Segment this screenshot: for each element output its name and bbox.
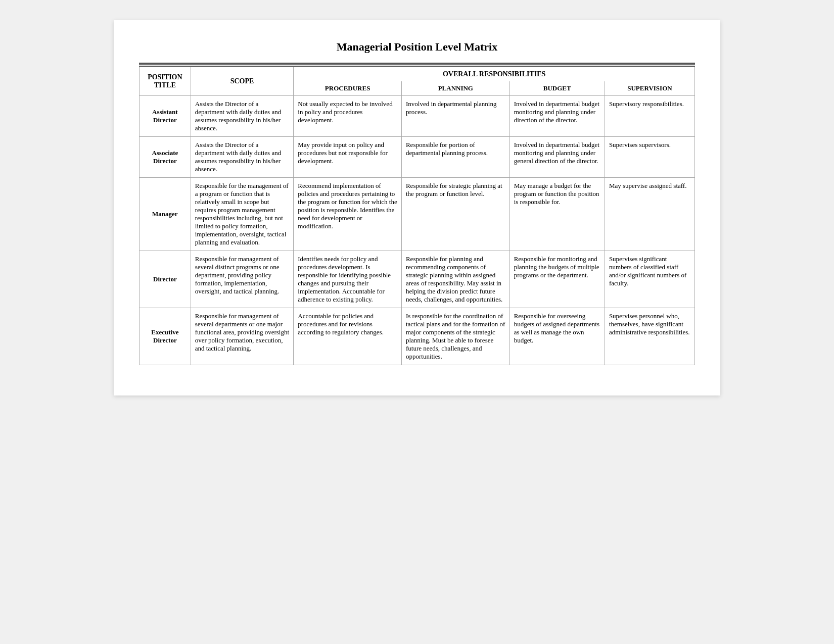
planning-header: PLANNING bbox=[401, 81, 509, 96]
position-cell: AssociateDirector bbox=[140, 137, 191, 178]
scope-header: SCOPE bbox=[191, 67, 294, 96]
table-body: AssistantDirectorAssists the Director of… bbox=[140, 96, 695, 365]
planning-cell: Responsible for planning and recommendin… bbox=[401, 251, 509, 308]
supervision-header: SUPERVISION bbox=[605, 81, 694, 96]
planning-cell: Is responsible for the coordination of t… bbox=[401, 308, 509, 365]
supervision-cell: Supervises significant numbers of classi… bbox=[605, 251, 694, 308]
procedures-cell: Accountable for policies and procedures … bbox=[294, 308, 402, 365]
procedures-header: PROCEDURES bbox=[294, 81, 402, 96]
matrix-table: POSITIONTITLE SCOPE OVERALL RESPONSIBILI… bbox=[139, 67, 695, 365]
scope-cell: Responsible for management of several di… bbox=[191, 251, 294, 308]
procedures-cell: Recommend implementation of policies and… bbox=[294, 178, 402, 251]
scope-cell: Assists the Director of a department wit… bbox=[191, 137, 294, 178]
header-row-1: POSITIONTITLE SCOPE OVERALL RESPONSIBILI… bbox=[140, 67, 695, 82]
position-cell: Director bbox=[140, 251, 191, 308]
table-row: AssociateDirectorAssists the Director of… bbox=[140, 137, 695, 178]
budget-header: BUDGET bbox=[509, 81, 605, 96]
scope-cell: Responsible for the management of a prog… bbox=[191, 178, 294, 251]
procedures-cell: Not usually expected to be involved in p… bbox=[294, 96, 402, 137]
table-row: AssistantDirectorAssists the Director of… bbox=[140, 96, 695, 137]
overall-responsibilities-header: OVERALL RESPONSIBILITIES bbox=[294, 67, 695, 82]
table-row: ExecutiveDirectorResponsible for managem… bbox=[140, 308, 695, 365]
position-cell: Manager bbox=[140, 178, 191, 251]
supervision-cell: Supervises supervisors. bbox=[605, 137, 694, 178]
budget-cell: Involved in departmental budget monitori… bbox=[509, 137, 605, 178]
page-title: Managerial Position Level Matrix bbox=[139, 40, 695, 54]
budget-cell: Involved in departmental budget monitori… bbox=[509, 96, 605, 137]
position-header: POSITIONTITLE bbox=[140, 67, 191, 96]
budget-cell: Responsible for overseeing budgets of as… bbox=[509, 308, 605, 365]
table-row: DirectorResponsible for management of se… bbox=[140, 251, 695, 308]
supervision-cell: May supervise assigned staff. bbox=[605, 178, 694, 251]
supervision-cell: Supervises personnel who, themselves, ha… bbox=[605, 308, 694, 365]
scope-cell: Responsible for management of several de… bbox=[191, 308, 294, 365]
top-divider bbox=[139, 63, 695, 65]
scope-cell: Assists the Director of a department wit… bbox=[191, 96, 294, 137]
planning-cell: Responsible for strategic planning at th… bbox=[401, 178, 509, 251]
supervision-cell: Supervisory responsibilities. bbox=[605, 96, 694, 137]
budget-cell: May manage a budget for the program or f… bbox=[509, 178, 605, 251]
position-cell: AssistantDirector bbox=[140, 96, 191, 137]
table-row: ManagerResponsible for the management of… bbox=[140, 178, 695, 251]
page-container: Managerial Position Level Matrix POSITIO… bbox=[114, 20, 720, 395]
position-cell: ExecutiveDirector bbox=[140, 308, 191, 365]
planning-cell: Responsible for portion of departmental … bbox=[401, 137, 509, 178]
procedures-cell: Identifies needs for policy and procedur… bbox=[294, 251, 402, 308]
planning-cell: Involved in departmental planning proces… bbox=[401, 96, 509, 137]
procedures-cell: May provide input on policy and procedur… bbox=[294, 137, 402, 178]
budget-cell: Responsible for monitoring and planning … bbox=[509, 251, 605, 308]
